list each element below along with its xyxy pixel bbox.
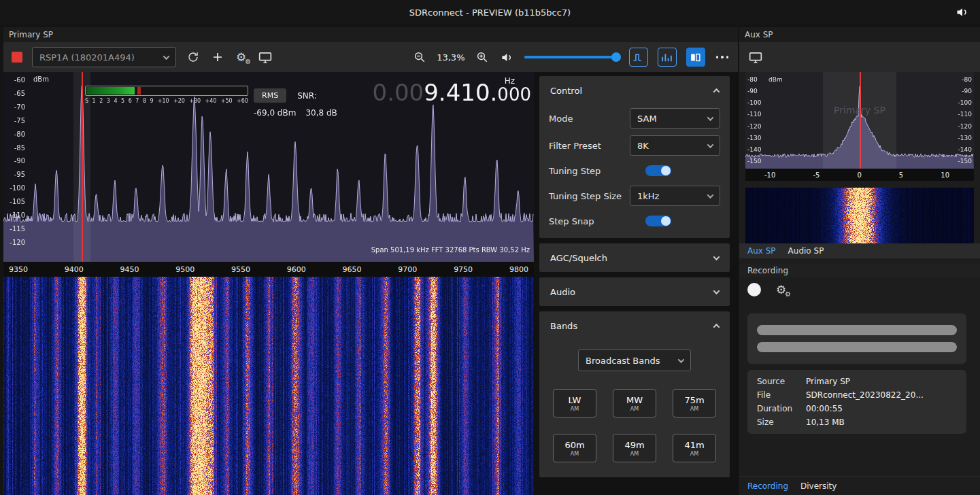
band-main-label: MW	[626, 395, 643, 405]
stop-button[interactable]	[12, 52, 22, 63]
band-button-49m[interactable]: 49mAM	[613, 434, 656, 462]
smeter-tick-label: 6	[129, 98, 132, 104]
mode-label: Mode	[549, 114, 573, 124]
rms-value: -69,0 dBm	[254, 108, 296, 118]
s-meter: S123456789 +10+20+30+40+50+60	[85, 86, 248, 104]
db-tick-label: -85	[14, 144, 25, 152]
aux-db-tick-label: -110	[747, 111, 761, 118]
aux-view-tabs: Aux SP Audio SP	[739, 243, 980, 258]
aux-db-axis-right: -80-90-100-110-120-130-140-150	[958, 76, 972, 165]
smeter-tick-label: 5	[121, 98, 124, 104]
step-snap-toggle[interactable]	[645, 216, 671, 226]
db-tick-label: -105	[10, 198, 25, 205]
aux-db-tick-label: -90	[747, 88, 758, 95]
display-button[interactable]	[257, 50, 273, 65]
spectrum-view-button[interactable]	[658, 48, 677, 67]
agc-squelch-section: AGC/Squelch	[539, 243, 730, 272]
aux-toolbar	[739, 42, 980, 72]
tab-recording[interactable]: Recording	[747, 481, 788, 491]
spectrum-display[interactable]: -60-65-70-75-80-85-90-95-100-105-110-115…	[3, 72, 534, 262]
control-section-header[interactable]: Control	[539, 76, 730, 105]
chevron-down-icon	[707, 114, 714, 121]
mode-select[interactable]: SAM	[630, 108, 720, 129]
aux-db-tick-label: -90	[962, 88, 972, 95]
chevron-down-icon	[707, 192, 714, 199]
aux-display-button[interactable]	[747, 50, 764, 65]
band-sub-label: AM	[690, 451, 698, 457]
recording-info-box: Source Primary SP File SDRconnect_202308…	[747, 370, 966, 434]
band-group-select[interactable]: Broadcast Bands	[578, 349, 691, 371]
db-tick-label: -90	[14, 157, 25, 165]
record-settings-icon[interactable]: ⚙⚙	[776, 284, 786, 296]
tab-audio-sp[interactable]: Audio SP	[788, 246, 824, 256]
tuning-step-toggle[interactable]	[645, 165, 671, 176]
aux-waterfall-display[interactable]	[745, 188, 974, 244]
file-value: SDRconnect_20230822_20...	[806, 390, 924, 400]
record-button[interactable]	[747, 283, 761, 296]
band-button-41m[interactable]: 41mAM	[673, 434, 716, 462]
refresh-button[interactable]	[186, 50, 201, 65]
zoom-out-button[interactable]	[412, 50, 427, 65]
freq-tick-label: 9350	[9, 265, 28, 274]
filter-preset-select[interactable]: 8K	[630, 135, 720, 156]
volume-slider[interactable]	[524, 52, 620, 63]
section-title: Control	[550, 86, 582, 96]
bands-section-header[interactable]: Bands	[539, 311, 730, 340]
aux-db-tick-label: -100	[747, 99, 761, 106]
chevron-down-icon	[707, 141, 714, 148]
zoom-in-button[interactable]	[475, 50, 490, 65]
volume-track	[524, 56, 620, 58]
band-button-75m[interactable]: 75mAM	[673, 389, 716, 417]
aux-db-tick-label: -100	[958, 99, 972, 106]
aux-db-tick-label: -80	[747, 76, 758, 83]
volume-thumb[interactable]	[611, 52, 621, 62]
tuning-step-size-select[interactable]: 1kHz	[630, 186, 720, 206]
freq-tick-label: 9500	[175, 265, 195, 274]
speaker-icon[interactable]	[956, 5, 969, 19]
audio-section-header[interactable]: Audio	[539, 277, 730, 306]
tuned-frequency-marker[interactable]	[82, 72, 83, 262]
filter-preset-label: Filter Preset	[549, 141, 601, 151]
agc-squelch-section-header[interactable]: AGC/Squelch	[539, 243, 730, 272]
freq-tick-label: 9600	[287, 265, 306, 274]
more-button[interactable]	[715, 54, 730, 60]
band-main-label: 60m	[564, 440, 584, 450]
size-label: Size	[757, 417, 806, 427]
tab-diversity[interactable]: Diversity	[800, 481, 837, 491]
db-axis-unit: dBm	[33, 75, 49, 83]
smeter-tick-label: 7	[135, 98, 139, 104]
add-button[interactable]	[210, 50, 225, 65]
freq-tick-label: 9700	[398, 265, 417, 274]
band-button-lw[interactable]: LWAM	[553, 389, 596, 417]
smeter-tick-label: +30	[189, 98, 201, 104]
tab-aux-sp[interactable]: Aux SP	[747, 246, 776, 256]
band-button-60m[interactable]: 60mAM	[553, 434, 596, 462]
aux-tuned-frequency-marker	[860, 72, 861, 169]
db-tick-label: -95	[14, 171, 25, 178]
split-view-button[interactable]	[686, 48, 705, 67]
frequency-display[interactable]: Hz 0.00 9.410. 000	[308, 72, 533, 113]
rms-button[interactable]: RMS	[254, 88, 286, 103]
recording-file-row: File SDRconnect_20230822_20...	[757, 390, 957, 400]
band-group-value: Broadcast Bands	[586, 356, 660, 366]
step-mode-button[interactable]	[629, 48, 648, 67]
chevron-down-icon	[713, 254, 720, 260]
aux-db-tick-label: -80	[962, 76, 972, 83]
aux-db-axis-unit: dBm	[768, 76, 783, 83]
waterfall-display[interactable]	[3, 277, 534, 495]
smeter-tick-label: +10	[158, 98, 169, 104]
freq-tick-label: 9650	[343, 265, 362, 274]
aux-spectrum-display[interactable]: Primary SP dBm -80-90-100-110-120-130-14…	[745, 72, 974, 169]
bands-section: Bands Broadcast Bands LWAMMWAM75mAM60mAM…	[539, 311, 730, 477]
band-button-mw[interactable]: MWAM	[613, 389, 656, 417]
aux-db-axis-left: -80-90-100-110-120-130-140-150	[747, 76, 761, 165]
aux-db-tick-label: -110	[958, 111, 972, 118]
mute-button[interactable]	[499, 50, 515, 65]
device-select[interactable]: RSP1A (180201A494)	[32, 47, 176, 67]
primary-sp-title: Primary SP	[9, 30, 53, 39]
size-value: 10,13 MB	[806, 417, 845, 427]
frequency-sub-digits: 000	[497, 84, 531, 105]
band-main-label: 49m	[624, 440, 644, 450]
freq-tick-label: 9400	[65, 265, 84, 274]
settings-button[interactable]: ⚙⚙	[235, 50, 248, 65]
